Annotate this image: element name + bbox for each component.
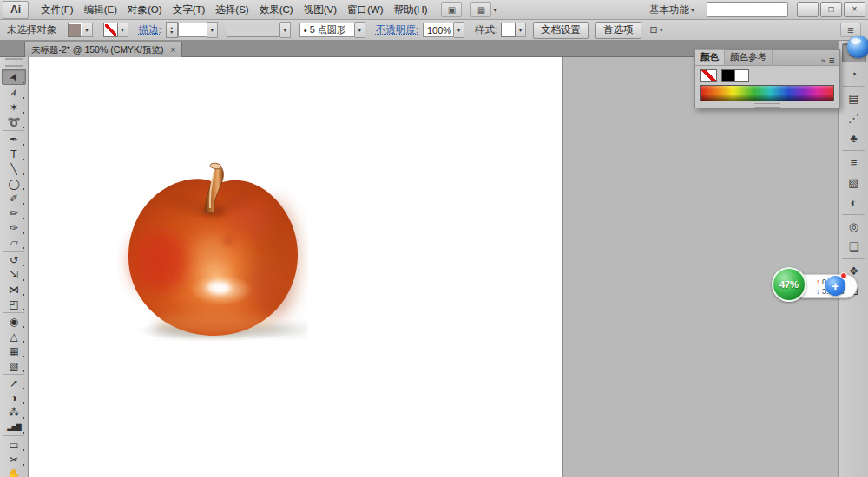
opacity-dropdown-icon[interactable]: ▾ — [454, 22, 464, 38]
dock-brushes-icon[interactable]: ⋰ — [843, 109, 865, 127]
arrange-documents-arrow-icon[interactable]: ▾ — [493, 6, 496, 14]
tool-artboard[interactable]: ▭ — [3, 437, 25, 452]
tool-eyedropper[interactable]: ⊸ — [3, 376, 25, 390]
fill-swatch[interactable] — [68, 23, 82, 37]
stroke-weight-field[interactable] — [178, 23, 207, 37]
menu-view[interactable]: 视图(V) — [299, 0, 342, 19]
style-control[interactable]: ▾ — [501, 23, 526, 37]
tool-type[interactable]: T — [3, 147, 25, 161]
tool-pencil[interactable]: ✏ — [3, 206, 25, 220]
panel-resize-handle[interactable] — [695, 101, 839, 108]
tool-blob-brush[interactable]: ✑ — [3, 220, 25, 235]
tool-ellipse[interactable]: ◯ — [3, 176, 25, 191]
tool-symbol-sprayer[interactable]: ⁂ — [3, 405, 25, 420]
apple-artwork[interactable] — [117, 158, 308, 344]
tab-color-guide[interactable]: 颜色参考 — [725, 50, 773, 65]
brush-definition-field[interactable]: • 5 点圆形 — [299, 23, 355, 37]
tool-column-graph[interactable]: ▂▅▇ — [3, 420, 25, 435]
menu-window[interactable]: 窗口(W) — [342, 0, 389, 19]
gradient-icon: ▧ — [9, 361, 18, 371]
tool-hand[interactable]: ✋ — [3, 467, 25, 477]
tool-mesh[interactable]: ▦ — [3, 343, 25, 358]
tool-gradient[interactable]: ▧ — [3, 358, 25, 373]
stroke-panel-link[interactable]: 描边: — [139, 23, 161, 36]
dock-color-guide-icon[interactable]: ◔ — [843, 65, 865, 82]
minimize-button[interactable]: — — [797, 2, 819, 17]
none-swatch[interactable] — [700, 69, 717, 82]
memory-speed-ball[interactable]: 47% — [772, 267, 806, 302]
dock-appearance-icon[interactable]: ◎ — [843, 218, 865, 235]
tab-color[interactable]: 颜色 — [695, 49, 725, 65]
menu-edit[interactable]: 编辑(E) — [79, 0, 122, 19]
dock-symbols-icon[interactable]: ♣ — [843, 129, 865, 147]
panel-menu-icon[interactable]: ≣ — [828, 56, 839, 65]
toolbar-grip[interactable] — [5, 58, 23, 67]
color-spectrum-bar[interactable] — [700, 85, 834, 101]
dock-graphic-styles-icon[interactable]: ❏ — [843, 238, 865, 255]
tool-perspective-grid[interactable]: △ — [3, 329, 25, 343]
dock-swatches-icon[interactable]: ▤ — [843, 89, 865, 107]
brush-bullet: • — [304, 25, 307, 36]
bridge-icon[interactable]: ▣ — [441, 2, 462, 17]
menu-bar: Ai 文件(F) 编辑(E) 对象(O) 文字(T) 选择(S) 效果(C) 视… — [0, 0, 868, 20]
tool-width[interactable]: ⋈ — [3, 282, 25, 297]
document-setup-button[interactable]: 文档设置 — [533, 22, 589, 39]
menu-object[interactable]: 对象(O) — [122, 0, 168, 19]
document-tab[interactable]: 未标题-2* @ 150% (CMYK/预览) × — [24, 42, 182, 57]
opacity-panel-link[interactable]: 不透明度: — [376, 23, 418, 36]
menu-type[interactable]: 文字(T) — [168, 0, 211, 19]
workspace-switcher[interactable]: 基本功能 ▾ — [649, 3, 694, 16]
stroke-dropdown-icon[interactable]: ▾ — [118, 23, 128, 37]
dock-stroke-icon[interactable]: ≡ — [843, 154, 865, 171]
tool-magic-wand[interactable]: ✶ — [3, 100, 25, 114]
tab-close-icon[interactable]: × — [170, 45, 175, 55]
tool-scale[interactable]: ⇲ — [3, 267, 25, 282]
tool-shape-builder[interactable]: ◉ — [3, 314, 25, 329]
style-swatch[interactable] — [501, 23, 516, 37]
menu-effect[interactable]: 效果(C) — [254, 0, 299, 19]
menu-help[interactable]: 帮助(H) — [389, 0, 433, 19]
fill-dropdown-icon[interactable]: ▾ — [82, 23, 93, 37]
artboard-canvas[interactable] — [29, 57, 562, 477]
stepper-down-icon[interactable]: ▾ — [170, 30, 173, 35]
dock-transparency-icon[interactable]: ◐ — [843, 193, 865, 211]
search-input[interactable] — [707, 2, 788, 17]
symbol-sprayer-icon: ⁂ — [9, 408, 19, 418]
arrange-documents-icon[interactable]: ▦ — [470, 2, 491, 17]
tool-pen[interactable]: ✒ — [3, 132, 25, 147]
color-panel: 颜色 颜色参考 » ≣ — [694, 49, 840, 108]
tool-lasso[interactable]: ➰ — [3, 114, 25, 129]
tool-line-segment[interactable]: ╲ — [3, 161, 25, 176]
menu-select[interactable]: 选择(S) — [210, 0, 253, 19]
free-transform-icon: ◰ — [9, 299, 18, 310]
stroke-color-control[interactable]: ▾ — [103, 23, 128, 37]
tool-selection[interactable]: ➤ — [2, 69, 26, 85]
black-swatch[interactable] — [721, 69, 735, 82]
tool-rotate[interactable]: ↺ — [3, 252, 25, 267]
white-swatch[interactable] — [735, 69, 749, 82]
control-options-icon[interactable]: ⊡ ▾ — [650, 24, 663, 36]
dock-gradient-icon[interactable]: ▧ — [843, 173, 865, 191]
tool-free-transform[interactable]: ◰ — [3, 297, 25, 311]
maximize-button[interactable]: □ — [820, 2, 842, 17]
tool-eraser[interactable]: ▱ — [3, 235, 25, 250]
stroke-weight-dropdown-icon[interactable]: ▾ — [207, 22, 218, 38]
app-logo[interactable]: Ai — [3, 1, 29, 19]
width-tool-icon: ⋈ — [9, 284, 19, 295]
column-graph-icon: ▂▅▇ — [7, 424, 20, 431]
tool-direct-selection[interactable]: ➢ — [3, 85, 25, 100]
menu-file[interactable]: 文件(F) — [36, 0, 79, 19]
tool-paintbrush[interactable]: ✐ — [3, 191, 25, 206]
tool-slice[interactable]: ✂ — [3, 452, 25, 467]
style-dropdown-icon[interactable]: ▾ — [516, 23, 526, 37]
collapse-panel-icon[interactable]: » — [817, 56, 828, 65]
stroke-weight-stepper[interactable]: ▴ ▾ — [166, 22, 178, 38]
stroke-none-swatch[interactable] — [103, 23, 118, 37]
preferences-button[interactable]: 首选项 — [595, 22, 641, 39]
tool-blend[interactable]: ◑ — [3, 390, 25, 405]
opacity-field[interactable]: 100% — [423, 23, 454, 37]
floating-ball-blue[interactable] — [847, 36, 868, 58]
brush-dropdown-icon[interactable]: ▾ — [355, 22, 365, 38]
fill-color-control[interactable]: ▾ — [68, 23, 93, 37]
close-button[interactable]: × — [844, 2, 865, 17]
